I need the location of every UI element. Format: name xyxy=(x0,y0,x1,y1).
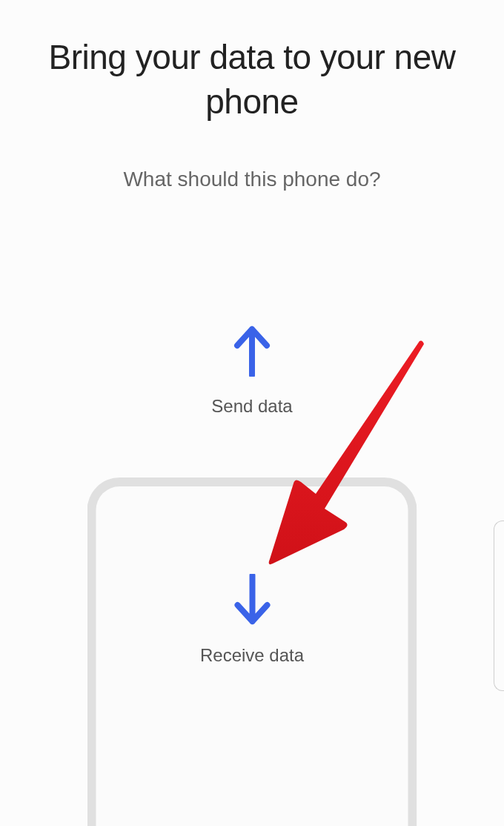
receive-data-option[interactable]: Receive data xyxy=(87,478,417,826)
page-title: Bring your data to your new phone xyxy=(0,36,504,125)
side-panel-edge xyxy=(494,521,504,691)
arrow-up-icon xyxy=(231,325,273,377)
receive-data-label: Receive data xyxy=(200,645,304,666)
send-data-option[interactable]: Send data xyxy=(211,325,292,417)
phone-frame-graphic: Receive data xyxy=(87,478,417,826)
send-data-label: Send data xyxy=(211,396,292,417)
arrow-down-icon xyxy=(231,574,273,626)
page-subtitle: What should this phone do? xyxy=(123,168,380,191)
setup-screen: Bring your data to your new phone What s… xyxy=(0,0,504,826)
